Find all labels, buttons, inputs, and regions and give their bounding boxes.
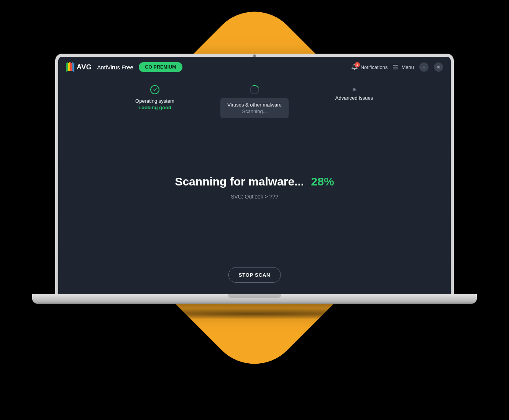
step-advanced-issues: Advanced issues: [316, 85, 392, 101]
laptop-mockup: AVG AntiVirus Free GO PREMIUM 1 Notifica…: [55, 54, 454, 320]
step-status: Scanning...: [227, 108, 281, 114]
step-viruses-malware: Viruses & other malware Scanning...: [216, 85, 293, 118]
step-connector: [293, 90, 316, 90]
laptop-shadow: [40, 308, 469, 320]
notification-badge: 1: [355, 62, 360, 67]
menu-button[interactable]: Menu: [393, 64, 414, 70]
app-window: AVG AntiVirus Free GO PREMIUM 1 Notifica…: [58, 57, 451, 294]
step-operating-system: Operating system Looking good: [117, 85, 193, 110]
scan-status: Scanning for malware... 28% SVC: Outlook…: [58, 175, 451, 200]
stop-scan-button[interactable]: STOP SCAN: [228, 267, 281, 283]
scan-steps: Operating system Looking good Viruses & …: [58, 85, 451, 118]
product-name: AntiVirus Free: [97, 64, 133, 71]
scan-percent: 28%: [311, 175, 334, 188]
step-title: Operating system: [135, 98, 174, 104]
topbar: AVG AntiVirus Free GO PREMIUM 1 Notifica…: [58, 57, 451, 77]
laptop-base: [32, 294, 477, 304]
step-status: Looking good: [135, 105, 174, 110]
laptop-bezel: AVG AntiVirus Free GO PREMIUM 1 Notifica…: [55, 54, 454, 294]
step-title: Viruses & other malware: [227, 102, 281, 108]
shield-icon: [66, 62, 74, 72]
scan-title-text: Scanning for malware...: [175, 175, 304, 188]
avg-logo: AVG: [66, 62, 92, 72]
bell-icon: 1: [351, 64, 358, 71]
step-title: Advanced issues: [335, 95, 373, 101]
notifications-label: Notifications: [361, 64, 388, 70]
brand-text: AVG: [77, 63, 92, 71]
scan-title: Scanning for malware... 28%: [58, 175, 451, 188]
hamburger-icon: [393, 65, 398, 69]
scan-current-path: SVC: Outlook > ???: [58, 194, 451, 200]
dot-icon: [353, 88, 356, 91]
check-circle-icon: [150, 85, 159, 94]
notifications-button[interactable]: 1 Notifications: [351, 64, 388, 71]
go-premium-button[interactable]: GO PREMIUM: [139, 62, 182, 72]
close-button[interactable]: [434, 62, 443, 72]
step-connector: [193, 90, 216, 90]
minimize-button[interactable]: [419, 62, 429, 72]
menu-label: Menu: [401, 64, 414, 70]
spinner-icon: [249, 84, 261, 96]
